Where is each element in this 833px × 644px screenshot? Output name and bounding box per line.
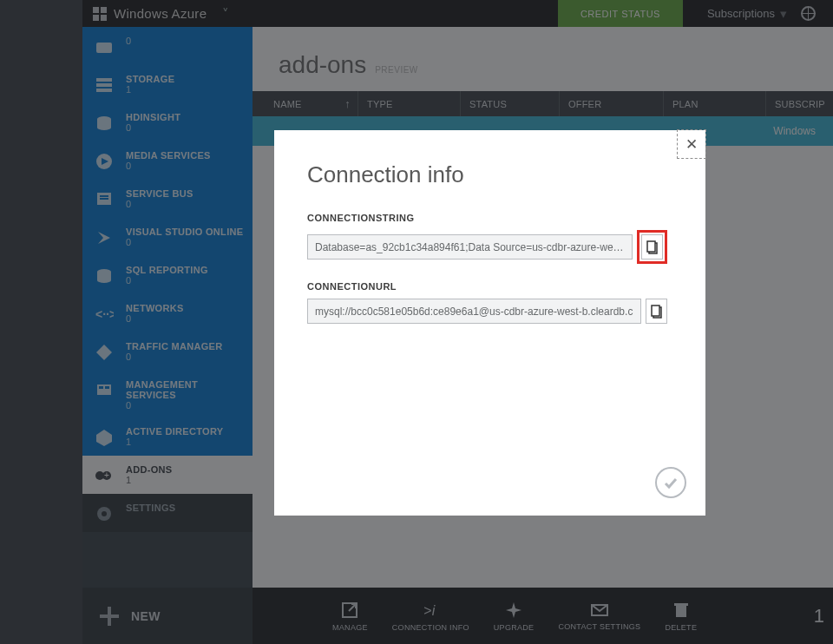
connectionurl-input[interactable] [307,299,641,324]
copy-icon [651,305,663,319]
field-connectionurl: CONNECTIONURL [274,264,705,324]
ok-button[interactable] [655,467,686,498]
check-icon [662,474,679,491]
connection-info-modal: ✕ Connection info CONNECTIONSTRING CONNE… [274,130,705,516]
copy-connectionstring-button[interactable] [641,234,663,260]
connectionstring-input[interactable] [307,234,633,260]
close-icon: ✕ [685,135,698,154]
field-connectionstring: CONNECTIONSTRING [274,195,705,264]
svg-rect-32 [652,306,659,316]
field-label: CONNECTIONSTRING [307,213,667,223]
field-label: CONNECTIONURL [307,281,667,292]
copy-connectionurl-button[interactable] [646,299,667,324]
modal-overlay: ✕ Connection info CONNECTIONSTRING CONNE… [0,0,833,644]
modal-title: Connection info [274,130,705,195]
copy-icon [646,240,659,254]
highlight-box [637,230,667,264]
svg-rect-30 [647,241,655,252]
close-button[interactable]: ✕ [677,129,706,159]
